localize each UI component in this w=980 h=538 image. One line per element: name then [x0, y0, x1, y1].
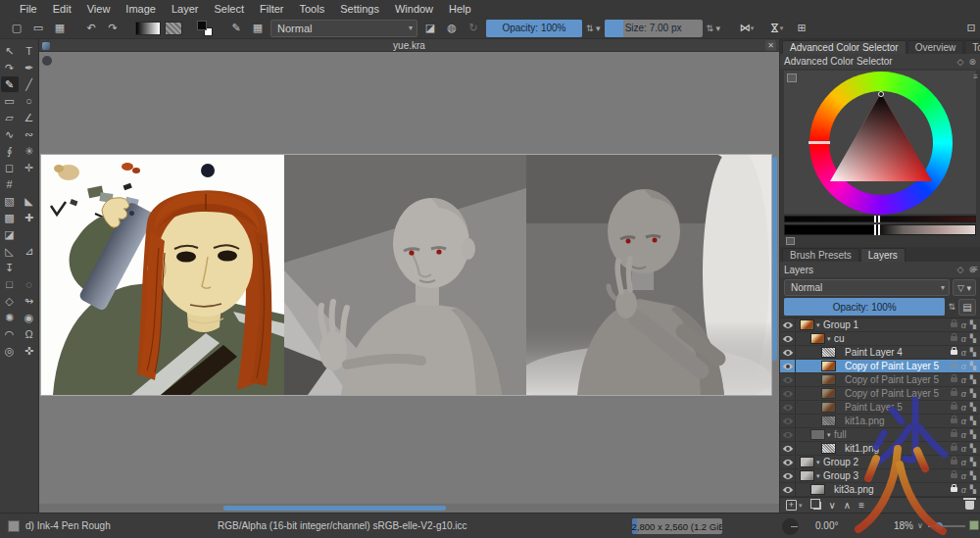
blend-mode-select[interactable]: Normal▾	[270, 20, 417, 37]
current-brush-name[interactable]: d) Ink-4 Pen Rough	[25, 520, 111, 531]
docker-options-icon[interactable]: ≡	[973, 265, 978, 273]
tool-icon-tool-smart-patch[interactable]: ✚	[21, 210, 38, 225]
brush-editor-icon[interactable]: ✎	[227, 20, 245, 37]
canvas-horizontal-scrollbar[interactable]	[39, 504, 779, 513]
alpha-lock-icon[interactable]: α	[961, 430, 966, 440]
layer-visibility-toggle[interactable]	[780, 387, 796, 400]
tool-icon-tool-polyline[interactable]: ∠	[21, 110, 38, 125]
pattern-chooser[interactable]	[165, 22, 182, 35]
docker-tab-tab-brush-presets[interactable]: Brush Presets	[782, 248, 859, 262]
zoom-percentage[interactable]: 18%	[894, 520, 913, 531]
tool-icon-tool-measure[interactable]: ◺	[1, 243, 19, 259]
menu-item-menu-edit[interactable]: Edit	[45, 1, 79, 17]
layer-visibility-toggle[interactable]	[780, 401, 796, 414]
inherit-alpha-icon[interactable]: ▚	[970, 389, 976, 398]
open-document-icon[interactable]: ▭	[29, 20, 47, 37]
inherit-alpha-icon[interactable]: ▚	[970, 444, 976, 453]
lock-icon[interactable]	[951, 364, 957, 368]
subwindow-titlebar[interactable]: yue.kra ✕	[39, 39, 779, 52]
tool-icon-tool-calligraphy[interactable]: ✒	[21, 60, 38, 75]
layer-row-group-1[interactable]: ▾ Group 1 α ▚	[780, 318, 980, 332]
delete-layer-button[interactable]	[965, 501, 974, 510]
redo-icon[interactable]: ↷	[104, 20, 122, 37]
gradient-chooser[interactable]	[135, 22, 161, 35]
tool-icon-tool-polygon[interactable]: ▱	[1, 110, 19, 125]
mirror-vertical-icon[interactable]: ⋈▾	[763, 20, 789, 37]
tool-icon-tool-rect-select[interactable]: □	[1, 276, 19, 292]
layer-row-group-3[interactable]: ▾ Group 3 α ▚	[780, 469, 980, 483]
rotation-angle-value[interactable]: 0.00°	[815, 520, 838, 531]
alpha-lock-icon[interactable]: α	[961, 444, 966, 454]
docker-tab-tab-tool-options[interactable]: Tool Options	[964, 40, 980, 54]
layer-properties-button[interactable]: ▤	[958, 299, 976, 316]
docker-options-icon[interactable]: ≡	[973, 73, 978, 81]
layer-row-kit1-png[interactable]: kit1.png α ▚	[780, 442, 980, 456]
menu-item-menu-image[interactable]: Image	[118, 1, 164, 17]
layer-row-group-2[interactable]: ▾ Group 2 α ▚	[780, 456, 980, 469]
lock-icon[interactable]	[951, 432, 957, 437]
layers-titlebar[interactable]: Layers ◇ ⊗	[780, 262, 980, 277]
tool-icon-tool-polygon-select[interactable]: ◇	[1, 293, 19, 309]
layer-row-copy-of-paint-layer-5[interactable]: Copy of Paint Layer 5 α ▚	[780, 387, 980, 401]
lock-icon[interactable]	[951, 487, 957, 492]
alpha-lock-icon[interactable]: α	[961, 458, 966, 467]
preserve-alpha-icon[interactable]: ◍	[443, 20, 461, 37]
menu-item-menu-tools[interactable]: Tools	[292, 1, 333, 17]
tool-icon-tool-text[interactable]: T	[21, 43, 38, 59]
tool-icon-tool-color-sampler[interactable]: ◣	[21, 193, 38, 209]
layer-visibility-toggle[interactable]	[780, 318, 796, 331]
mirror-horizontal-icon[interactable]: ⋈▾	[734, 20, 760, 37]
menu-item-menu-help[interactable]: Help	[441, 1, 479, 17]
tool-icon-tool-dynamic-brush[interactable]: ∮	[1, 143, 19, 159]
tool-icon-tool-freehand-brush[interactable]: ✎	[1, 76, 19, 92]
menu-item-menu-file[interactable]: File	[12, 1, 45, 17]
lock-icon[interactable]	[951, 377, 957, 382]
painting-portrait[interactable]	[41, 155, 284, 395]
alpha-lock-icon[interactable]: α	[961, 403, 966, 413]
save-icon[interactable]: ▦	[51, 20, 69, 37]
tool-icon-tool-ellipse[interactable]: ○	[21, 93, 38, 109]
zoom-fit-button[interactable]	[969, 520, 979, 530]
tool-icon-tool-freehand-path[interactable]: ∾	[21, 126, 38, 142]
canvas-vertical-scrollbar[interactable]	[772, 39, 778, 486]
render-reference-1[interactable]	[284, 155, 526, 395]
lock-icon[interactable]	[951, 322, 957, 327]
wrap-around-mode-icon[interactable]: ⊞	[793, 20, 810, 37]
layer-row-kit1a-png[interactable]: kit1a.png α ▚	[780, 415, 980, 428]
size-slider[interactable]: Size: 7.00 px	[605, 20, 703, 37]
float-docker-icon[interactable]: ◇	[957, 57, 964, 67]
brush-preset-grid-icon[interactable]: ▦	[249, 20, 267, 37]
layer-visibility-toggle[interactable]	[780, 428, 796, 441]
reload-preset-icon[interactable]: ↻	[465, 20, 482, 37]
canvas[interactable]	[41, 155, 771, 395]
menu-item-menu-settings[interactable]: Settings	[332, 1, 387, 17]
tool-icon-tool-assistants[interactable]: ⊿	[21, 243, 38, 259]
tool-icon-tool-bezier-curve[interactable]: ∿	[1, 126, 19, 142]
layer-visibility-toggle[interactable]	[780, 415, 796, 427]
tool-icon-tool-bezier-select[interactable]: ◠	[1, 326, 19, 342]
tool-icon-tool-none-spacer[interactable]	[21, 176, 38, 192]
menu-item-menu-select[interactable]: Select	[206, 1, 252, 17]
tool-icon-tool-fill[interactable]: ◪	[1, 226, 19, 242]
layer-row-copy-of-paint-layer-5[interactable]: Copy of Paint Layer 5 α ▚	[780, 360, 980, 373]
opacity-slider[interactable]: Opacity: 100%	[486, 20, 582, 37]
inherit-alpha-icon[interactable]: ▚	[970, 458, 976, 466]
size-spinner[interactable]: ⇅ ▾	[707, 24, 721, 33]
layer-opacity-slider[interactable]: Opacity: 100%	[784, 298, 945, 316]
tool-icon-tool-magnetic-select[interactable]: Ω	[21, 326, 38, 342]
alpha-lock-icon[interactable]: α	[961, 485, 966, 495]
tool-icon-tool-contiguous-select[interactable]: ◉	[21, 310, 38, 325]
workspace-chooser-icon[interactable]: ⊡	[962, 20, 980, 37]
group-expand-icon[interactable]: ▾	[827, 431, 834, 439]
layer-visibility-toggle[interactable]	[780, 332, 796, 345]
document-area[interactable]: yue.kra ✕	[39, 39, 779, 513]
tool-icon-tool-move[interactable]: ✛	[21, 160, 38, 175]
layer-row-kit3a-png[interactable]: kit3a.png α ▚	[780, 483, 980, 497]
zoom-chevron-icon[interactable]: ∨	[917, 521, 923, 530]
alpha-lock-icon[interactable]: α	[961, 389, 966, 399]
docker-tab-tab-layers[interactable]: Layers	[860, 248, 906, 262]
tool-icon-tool-ellipse-select[interactable]: ◌	[21, 276, 38, 292]
eraser-mode-icon[interactable]: ◪	[421, 20, 439, 37]
tool-icon-tool-none-spacer3[interactable]	[21, 260, 38, 275]
canvas-rotation-knob[interactable]	[782, 518, 799, 535]
